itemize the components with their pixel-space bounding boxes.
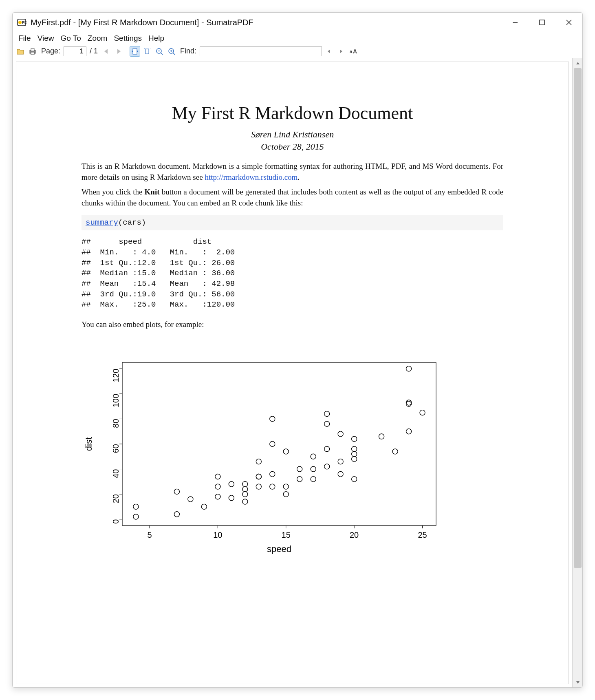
svg-point-91 xyxy=(379,434,384,439)
svg-point-66 xyxy=(256,459,261,464)
app-icon: PDF xyxy=(17,18,26,27)
svg-point-85 xyxy=(338,431,343,437)
scroll-thumb[interactable] xyxy=(574,68,582,568)
menu-help[interactable]: Help xyxy=(146,33,167,44)
match-case-icon[interactable]: aA xyxy=(348,46,359,57)
zoom-in-icon[interactable] xyxy=(166,46,177,57)
menu-zoom[interactable]: Zoom xyxy=(85,33,110,44)
close-button[interactable] xyxy=(555,13,582,32)
minimize-button[interactable] xyxy=(502,13,529,32)
svg-point-90 xyxy=(352,437,357,442)
maximize-button[interactable] xyxy=(529,13,555,32)
scroll-down-icon[interactable] xyxy=(573,678,582,687)
page-number-input[interactable] xyxy=(64,46,86,56)
svg-point-53 xyxy=(201,504,207,510)
svg-point-50 xyxy=(174,512,179,517)
svg-point-73 xyxy=(283,449,289,454)
svg-point-74 xyxy=(297,477,302,482)
app-window: PDF MyFirst.pdf - [My First R Markdown D… xyxy=(12,12,583,688)
svg-point-63 xyxy=(256,484,261,490)
page-total: / 1 xyxy=(88,47,99,55)
doc-title: My First R Markdown Document xyxy=(82,103,503,124)
svg-point-68 xyxy=(270,472,275,477)
svg-point-54 xyxy=(215,494,220,499)
vertical-scrollbar[interactable] xyxy=(573,58,582,687)
find-prev-icon[interactable] xyxy=(324,46,334,57)
doc-paragraph-1: This is an R Markdown document. Markdown… xyxy=(82,161,503,183)
code-output: ## speed dist ## Min. : 4.0 Min. : 2.00 … xyxy=(82,237,503,310)
svg-point-72 xyxy=(283,484,289,490)
menu-goto[interactable]: Go To xyxy=(58,33,83,44)
svg-rect-9 xyxy=(31,52,34,55)
fit-width-icon[interactable] xyxy=(130,46,140,57)
svg-text:5: 5 xyxy=(147,530,152,539)
window-title: MyFirst.pdf - [My First R Markdown Docum… xyxy=(31,18,253,27)
p1b: . xyxy=(298,173,300,181)
svg-text:120: 120 xyxy=(111,369,120,382)
svg-point-61 xyxy=(242,487,248,492)
svg-point-55 xyxy=(215,484,220,490)
doc-date: October 28, 2015 xyxy=(82,141,503,152)
menu-settings[interactable]: Settings xyxy=(111,33,144,44)
svg-rect-11 xyxy=(145,49,149,54)
svg-point-48 xyxy=(133,514,139,519)
svg-point-78 xyxy=(311,454,316,459)
svg-point-89 xyxy=(352,446,357,452)
svg-text:20: 20 xyxy=(111,495,120,503)
svg-point-87 xyxy=(352,457,357,462)
svg-text:80: 80 xyxy=(111,419,120,428)
svg-rect-10 xyxy=(133,49,137,54)
toolbar: Page: / 1 Find: aA xyxy=(13,44,582,58)
print-icon[interactable] xyxy=(27,46,38,57)
svg-text:100: 100 xyxy=(111,394,120,407)
zoom-out-icon[interactable] xyxy=(154,46,165,57)
prev-page-icon[interactable] xyxy=(101,46,112,57)
svg-line-18 xyxy=(173,53,175,55)
menu-view[interactable]: View xyxy=(35,33,57,44)
code-block: summary(cars) xyxy=(82,215,503,230)
pdf-page: My First R Markdown Document Søren Lind … xyxy=(16,62,569,684)
svg-text:40: 40 xyxy=(111,469,120,478)
svg-point-92 xyxy=(392,449,398,454)
svg-point-88 xyxy=(352,452,357,457)
document-viewport: My First R Markdown Document Søren Lind … xyxy=(13,58,573,687)
svg-point-52 xyxy=(188,497,193,502)
svg-text:PDF: PDF xyxy=(22,20,26,24)
svg-point-95 xyxy=(406,400,412,405)
svg-text:speed: speed xyxy=(267,544,291,554)
svg-point-70 xyxy=(270,416,275,422)
svg-line-14 xyxy=(161,53,163,55)
open-file-icon[interactable] xyxy=(15,46,26,57)
svg-point-60 xyxy=(242,492,248,497)
scroll-track[interactable] xyxy=(573,68,582,678)
svg-text:15: 15 xyxy=(282,530,291,539)
find-label: Find: xyxy=(178,47,198,55)
code-rest: (cars) xyxy=(118,218,146,227)
doc-paragraph-2: When you click the Knit button a documen… xyxy=(82,187,503,208)
doc-author: Søren Lind Kristiansen xyxy=(82,129,503,140)
svg-text:10: 10 xyxy=(213,530,222,539)
next-page-icon[interactable] xyxy=(113,46,124,57)
fit-page-icon[interactable] xyxy=(142,46,152,57)
svg-text:25: 25 xyxy=(418,530,427,539)
svg-point-79 xyxy=(324,464,330,469)
rmarkdown-link[interactable]: http://rmarkdown.rstudio.com xyxy=(205,173,298,181)
knit-word: Knit xyxy=(145,188,160,196)
svg-point-86 xyxy=(352,477,357,482)
svg-point-58 xyxy=(229,481,234,487)
svg-point-69 xyxy=(270,442,275,447)
svg-text:A: A xyxy=(353,48,357,55)
find-next-icon[interactable] xyxy=(336,46,346,57)
svg-point-82 xyxy=(324,411,330,417)
svg-point-59 xyxy=(242,499,248,504)
svg-point-94 xyxy=(406,401,412,406)
scroll-up-icon[interactable] xyxy=(573,58,582,68)
svg-point-84 xyxy=(338,459,343,464)
page-label: Page: xyxy=(40,47,62,55)
svg-text:60: 60 xyxy=(111,444,120,453)
menu-file[interactable]: File xyxy=(16,33,33,44)
svg-point-97 xyxy=(420,410,425,415)
find-input[interactable] xyxy=(200,46,322,56)
svg-point-76 xyxy=(311,477,316,482)
svg-point-80 xyxy=(324,446,330,452)
